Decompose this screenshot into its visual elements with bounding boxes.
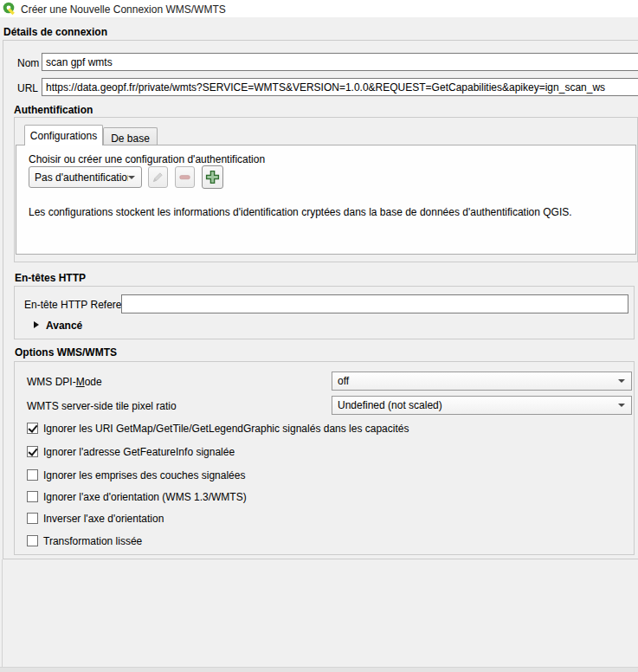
dpi-mode-label-pre: WMS DPI-	[27, 376, 76, 388]
chevron-down-icon	[618, 379, 625, 383]
remove-config-button[interactable]	[175, 166, 195, 188]
dpi-mode-selected-value: off	[332, 375, 618, 387]
checkbox[interactable]	[27, 535, 38, 546]
triangle-right-icon[interactable]	[34, 321, 39, 328]
checkbox[interactable]	[27, 491, 38, 502]
checkbox-label[interactable]: Transformation lissée	[43, 535, 142, 547]
dialog-bottom-edge	[0, 667, 638, 672]
auth-info-text: Les configurations stockent les informat…	[29, 206, 572, 218]
tab-configurations-label: Configurations	[30, 126, 97, 142]
checkbox-label[interactable]: Ignorer l'axe d'orientation (WMS 1.3/WMT…	[43, 491, 247, 503]
name-label: Nom	[17, 57, 39, 69]
tile-ratio-label: WMTS server-side tile pixel ratio	[27, 400, 177, 412]
auth-config-select[interactable]: Pas d'authentification	[29, 166, 142, 188]
add-config-button[interactable]	[202, 165, 223, 189]
tab-de-base[interactable]: De base	[103, 127, 158, 145]
referer-label: En-tête HTTP Referer	[24, 299, 125, 311]
auth-config-selected-value: Pas d'authentification	[29, 171, 128, 184]
auth-section-title: Authentification	[14, 104, 93, 116]
name-input[interactable]	[42, 53, 638, 71]
qgis-logo-icon	[3, 2, 16, 16]
checkbox[interactable]	[27, 423, 38, 434]
edit-config-button[interactable]	[148, 166, 168, 188]
checkbox[interactable]	[27, 469, 38, 481]
dpi-mode-label: WMS DPI-Mode	[27, 376, 102, 388]
tab-de-base-label: De base	[111, 128, 150, 145]
tab-configurations[interactable]: Configurations	[24, 125, 103, 145]
pencil-icon	[151, 171, 164, 184]
dpi-mode-select[interactable]: off	[332, 372, 632, 391]
tile-ratio-select[interactable]: Undefined (not scaled)	[332, 396, 632, 415]
url-input[interactable]	[42, 78, 638, 96]
checkbox-label[interactable]: Ignorer les emprises des couches signalé…	[43, 469, 245, 481]
http-headers-section-title: En-têtes HTTP	[15, 272, 86, 284]
dpi-mode-label-post: ode	[85, 376, 102, 388]
checkbox[interactable]	[27, 446, 38, 457]
checkbox-label[interactable]: Ignorer les URI GetMap/GetTile/GetLegend…	[43, 423, 409, 435]
chevron-down-icon	[128, 176, 135, 179]
wms-options-section-title: Options WMS/WMTS	[15, 346, 117, 359]
chevron-down-icon	[618, 404, 625, 407]
plus-icon	[205, 170, 220, 184]
window-titlebar: Créer une Nouvelle Connexion WMS/WMTS	[0, 0, 638, 17]
window-title: Créer une Nouvelle Connexion WMS/WMTS	[21, 3, 226, 16]
dialog-left-border	[2, 559, 3, 667]
minus-icon	[178, 171, 191, 184]
advanced-expander[interactable]: Avancé	[46, 320, 82, 332]
new-wms-connection-dialog: Créer une Nouvelle Connexion WMS/WMTS Dé…	[0, 0, 638, 672]
tile-ratio-selected-value: Undefined (not scaled)	[332, 399, 618, 411]
checkbox-label[interactable]: Ignorer l'adresse GetFeatureInfo signalé…	[43, 446, 235, 458]
referer-input[interactable]	[121, 294, 628, 313]
url-label: URL	[17, 82, 38, 94]
checkbox[interactable]	[27, 513, 38, 524]
choose-config-label: Choisir ou créer une configuration d'aut…	[29, 153, 265, 165]
checkbox-label[interactable]: Inverser l'axe d'orientation	[43, 513, 164, 525]
details-section-title: Détails de connexion	[3, 26, 107, 38]
dpi-mode-label-mnemonic: M	[76, 376, 85, 388]
